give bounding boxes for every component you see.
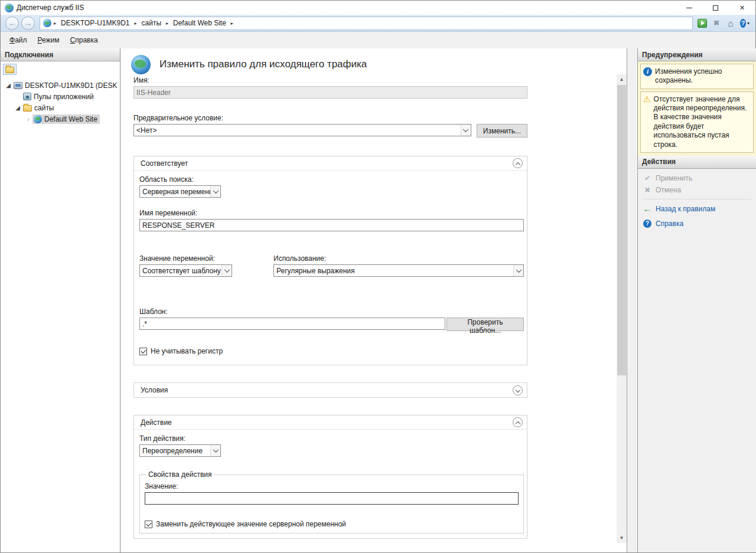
maximize-icon [713,5,718,11]
conditions-section-header[interactable]: Условия [134,383,527,397]
page-header: Изменить правило для исходящего трафика [120,48,627,75]
rule-form: Имя: Предварительное условие: <Нет> Изме… [133,76,527,539]
tree-item-app-pools[interactable]: Пулы приложений [1,91,120,102]
tree-label-server: DESKTOP-U1MK9D1 (DESKTOP [25,81,118,90]
breadcrumb-item-sites[interactable]: сайты [139,18,164,28]
tree-collapsed-icon[interactable]: › [24,116,32,123]
variable-value-select[interactable]: Соответствует шаблону [139,264,232,277]
breadcrumb-separator-icon: ▸ [134,21,138,26]
precondition-value: <Нет> [134,126,461,135]
warning-alert-text: Отсутствует значение для действия переоп… [654,95,751,149]
close-button[interactable]: × [729,1,755,15]
using-select[interactable]: Регулярные выражения [273,264,524,277]
tree-expanded-icon[interactable]: ◢ [14,104,22,111]
scrollbar-thumb[interactable] [617,85,626,375]
back-arrow-icon: ← [8,19,16,28]
forward-button[interactable]: → [21,17,35,30]
help-menu[interactable]: ?▾ [740,19,750,28]
checkbox-icon [145,521,152,528]
save-connection-button[interactable] [3,64,17,75]
name-label: Имя: [133,76,527,84]
pattern-label: Шаблон: [139,307,524,316]
apply-label: Применить [656,174,692,182]
replace-value-checkbox[interactable]: Заменить действующее значение серверной … [145,520,519,528]
action-properties-legend: Свойства действия [146,470,214,479]
apply-action: ✔ Применить [643,172,751,184]
stop-icon[interactable]: ✖ [712,19,721,28]
breadcrumb-item-default-web-site[interactable]: Default Web Site [171,18,229,28]
back-to-rules-label: Назад к правилам [656,205,715,213]
window-title: Диспетчер служб IIS [17,4,84,12]
app-icon [5,4,14,12]
back-button[interactable]: ← [5,17,19,30]
conditions-section: Условия [133,382,527,398]
sync-icon[interactable] [698,19,707,28]
scope-select[interactable]: Серверная переменн [139,185,221,198]
server-icon [14,82,22,89]
minimize-icon [686,8,692,8]
tree-expanded-icon[interactable]: ◢ [4,82,12,89]
ignore-case-checkbox[interactable]: Не учитывать регистр [139,347,524,355]
menu-bar: Файл Режим Справка [1,32,755,48]
help-icon: ? [740,19,746,28]
tree-item-sites[interactable]: ◢ сайты [1,102,120,113]
ignore-case-label: Не учитывать регистр [151,347,223,355]
collapse-section-icon[interactable] [513,158,523,168]
test-pattern-button[interactable]: Проверить шаблон... [447,318,524,331]
pattern-input[interactable] [139,318,445,330]
name-input [133,86,527,99]
using-label: Использование: [273,254,524,263]
folder-icon [5,67,14,73]
breadcrumb: ▸ DESKTOP-U1MK9D1 ▸ сайты ▸ Default Web … [40,17,693,30]
info-alert-text: Изменения успешно сохранены. [655,67,751,86]
variable-value-value: Соответствует шаблону [140,267,221,275]
collapse-section-icon[interactable] [513,417,523,427]
sites-folder-icon [23,105,32,112]
maximize-button[interactable] [702,1,729,15]
breadcrumb-separator-icon: ▸ [230,21,234,26]
application-pools-icon [23,93,31,100]
action-section-header[interactable]: Действие [134,415,527,430]
cancel-icon: ✖ [643,186,652,194]
action-type-select[interactable]: Переопределение [139,444,221,457]
menu-help[interactable]: Справка [65,34,103,47]
home-icon[interactable]: ⌂ [726,19,735,28]
tree-label-app-pools: Пулы приложений [34,93,94,101]
back-arrow-icon: ← [643,204,652,213]
edit-precondition-button[interactable]: Изменить... [477,124,527,138]
scroll-up-button[interactable]: ▲ [617,74,627,84]
breadcrumb-item-server[interactable]: DESKTOP-U1MK9D1 [58,18,132,28]
site-globe-icon [43,19,51,27]
scope-label: Область поиска: [139,175,524,184]
action-value-input[interactable] [145,492,519,505]
page-title: Изменить правило для исходящего трафика [159,58,367,70]
window-controls: × [676,1,755,15]
precondition-select[interactable]: <Нет> [133,124,471,136]
match-section: Соответствует Область поиска: Серверная … [133,156,527,365]
action-value-label: Значение: [145,482,519,490]
actions-list: ✔ Применить ✖ Отмена ← Назад к правилам … [638,169,756,233]
scroll-down-button[interactable]: ▼ [617,533,627,543]
titlebar: Диспетчер служб IIS × [1,1,755,15]
match-section-header[interactable]: Соответствует [134,156,527,171]
minimize-button[interactable] [676,1,702,15]
help-action[interactable]: ? Справка [643,218,751,230]
vertical-scrollbar[interactable]: ▲ ▼ [617,74,627,543]
menu-file[interactable]: Файл [4,34,32,47]
info-alert: i Изменения успешно сохранены. [640,64,754,89]
expand-section-icon[interactable] [513,385,523,395]
connections-panel: Подключения ◢ DESKTOP-U1MK9D1 (DESKTOP [1,48,120,552]
info-icon: i [643,67,652,76]
close-icon: × [739,4,744,12]
main-panel: Изменить правило для исходящего трафика … [120,48,627,552]
chevron-down-icon [221,265,232,276]
back-to-rules-action[interactable]: ← Назад к правилам [643,203,751,215]
tree-item-server[interactable]: ◢ DESKTOP-U1MK9D1 (DESKTOP [1,80,120,91]
variable-name-input[interactable] [139,219,524,231]
tree-item-default-web-site[interactable]: › Default Web Site [1,113,120,125]
help-icon: ? [643,220,652,228]
navbar-toolbar: ✖ ⌂ ?▾ [698,19,751,28]
menu-view[interactable]: Режим [32,34,65,47]
forward-arrow-icon: → [24,19,32,28]
navigation-bar: ← → ▸ DESKTOP-U1MK9D1 ▸ сайты ▸ Default … [1,15,755,32]
